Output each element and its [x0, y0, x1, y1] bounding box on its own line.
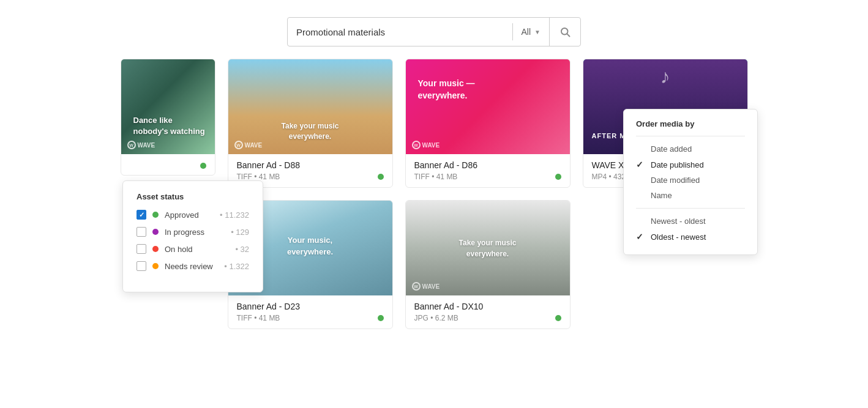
card-title: Banner Ad - D86 [414, 160, 561, 170]
needs-review-label: Needs review [165, 262, 218, 271]
card-info: Banner Ad - D23 TIFF • 41 MB [228, 295, 392, 328]
status-row-in-progress[interactable]: In progress • 129 [137, 227, 249, 237]
order-divider-top [636, 136, 745, 136]
order-media-title: Order media by [636, 119, 745, 128]
card-thumb-text: Dance likenobody's watching [133, 115, 205, 137]
status-dot [200, 163, 206, 169]
order-item-date-published[interactable]: ✓ Date published [636, 157, 745, 172]
card-meta: JPG • 6.2 MB [414, 314, 561, 322]
approved-dot [152, 212, 159, 218]
card-thumb-text: Take your musiceverywhere. [282, 121, 339, 142]
card-info: Banner Ad - DX10 JPG • 6.2 MB [406, 295, 570, 328]
approved-label: Approved [165, 210, 214, 220]
search-filter-dropdown[interactable]: All ▼ [513, 27, 549, 37]
search-input[interactable] [288, 27, 512, 37]
on-hold-label: On hold [165, 245, 229, 254]
in-progress-count: • 129 [231, 228, 249, 237]
asset-status-title: Asset status [137, 192, 249, 201]
card-meta: TIFF • 41 MB [237, 172, 384, 181]
card-banner-dx10[interactable]: Take your musiceverywhere. W WAVE Banner… [405, 200, 571, 329]
date-published-label: Date published [651, 160, 704, 169]
asset-status-popup: Asset status Approved • 11.232 In progre… [122, 180, 263, 292]
in-progress-checkbox[interactable] [137, 227, 146, 237]
card-info: Banner Ad - D86 TIFF • 41 MB [406, 154, 570, 187]
status-dot [378, 315, 384, 321]
status-dot [555, 315, 561, 321]
chevron-down-icon: ▼ [534, 29, 541, 35]
card-title: Banner Ad - D88 [237, 160, 384, 170]
oldest-label: Oldest - newest [651, 232, 706, 242]
card-meta: TIFF • 41 MB [414, 172, 561, 181]
name-label: Name [651, 191, 672, 200]
status-dot [378, 174, 384, 180]
in-progress-label: In progress [165, 228, 225, 237]
order-item-newest[interactable]: Newest - oldest [636, 213, 745, 229]
date-modified-label: Date modified [651, 176, 700, 185]
card-title: Banner Ad - DX10 [414, 302, 561, 311]
search-bar: All ▼ [0, 0, 868, 59]
card-format-size: TIFF • 41 MB [414, 172, 458, 181]
newest-label: Newest - oldest [651, 217, 706, 226]
on-hold-count: • 32 [235, 245, 249, 254]
status-row-on-hold[interactable]: On hold • 32 [137, 244, 249, 254]
wave-logo: W WAVE [234, 141, 263, 149]
card-banner-d88[interactable]: Take your musiceverywhere. W WAVE Banner… [228, 59, 393, 188]
card-format-size: TIFF • 41 MB [237, 172, 280, 181]
order-divider-bottom [636, 208, 745, 209]
needs-review-checkbox[interactable] [137, 261, 146, 271]
card-format-size: TIFF • 41 MB [237, 314, 280, 322]
order-item-name[interactable]: Name [636, 188, 745, 203]
card-title: Banner Ad - D23 [237, 302, 384, 311]
in-progress-dot [152, 229, 159, 235]
status-row-needs-review[interactable]: Needs review • 1.322 [137, 261, 249, 271]
order-item-date-added[interactable]: Date added [636, 141, 745, 157]
wave-logo: W WAVE [412, 282, 440, 291]
card-partial[interactable]: Dance likenobody's watching W WAVE [121, 59, 215, 176]
search-container: All ▼ [287, 17, 581, 46]
needs-review-dot [152, 263, 159, 269]
wave-logo: W WAVE [412, 141, 440, 149]
svg-line-1 [567, 34, 569, 36]
date-published-check: ✓ [636, 160, 646, 169]
on-hold-dot [152, 246, 159, 252]
oldest-check: ✓ [636, 232, 646, 242]
order-media-popup: Order media by Date added ✓ Date publish… [623, 109, 758, 255]
needs-review-count: • 1.322 [224, 262, 249, 271]
approved-count: • 11.232 [220, 210, 249, 220]
approved-checkbox[interactable] [137, 210, 146, 220]
search-button[interactable] [549, 18, 580, 46]
order-item-date-modified[interactable]: Date modified [636, 172, 745, 188]
card-format-size: JPG • 6.2 MB [414, 314, 458, 322]
card-meta [130, 163, 206, 169]
status-dot [555, 174, 561, 180]
card-thumb-text: Your music —everywhere. [418, 78, 475, 102]
card-info [121, 154, 215, 175]
wave-logo: W WAVE [127, 141, 155, 149]
status-row-approved[interactable]: Approved • 11.232 [137, 210, 249, 220]
on-hold-checkbox[interactable] [137, 244, 146, 254]
filter-label: All [522, 27, 531, 37]
order-item-oldest[interactable]: ✓ Oldest - newest [636, 229, 745, 245]
card-meta: TIFF • 41 MB [237, 314, 384, 322]
date-added-label: Date added [651, 144, 692, 154]
card-banner-d86[interactable]: Your music —everywhere. W WAVE Banner Ad… [405, 59, 571, 188]
search-icon [559, 26, 571, 37]
